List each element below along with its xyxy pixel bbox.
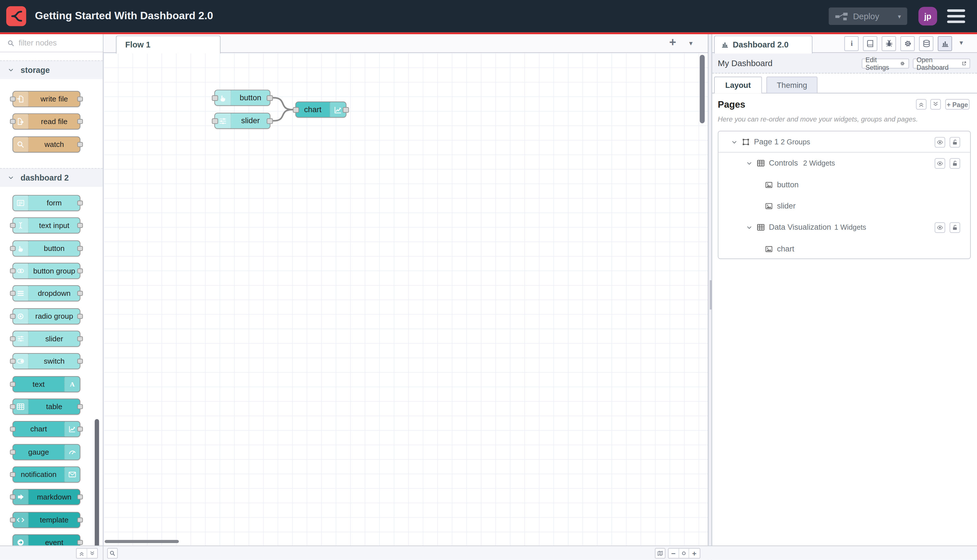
tree-row-page-1[interactable]: Page 1 2 Groups (718, 132, 970, 153)
palette-node-text-input[interactable]: text input (12, 218, 80, 234)
canvas-vertical-scrollbar[interactable] (700, 55, 705, 123)
palette-node-gauge[interactable]: gauge (12, 444, 80, 460)
wire[interactable] (274, 110, 292, 121)
config-tab-button[interactable] (900, 36, 915, 51)
context-tab-button[interactable] (919, 36, 934, 51)
zoom-reset-button[interactable] (679, 549, 689, 558)
output-port[interactable] (77, 495, 83, 500)
input-port[interactable] (10, 97, 15, 102)
tree-row-widget-chart[interactable]: chart (718, 238, 970, 260)
input-port[interactable] (212, 118, 218, 124)
collapse-chevron-icon[interactable] (746, 153, 753, 174)
palette-category-storage[interactable]: storage (0, 60, 103, 79)
collapse-all-button[interactable] (77, 549, 87, 558)
palette-node-button[interactable]: button (12, 240, 80, 256)
palette-node-write-file[interactable]: write file (12, 91, 80, 107)
output-port[interactable] (77, 97, 83, 102)
group-visibility-button[interactable] (935, 158, 945, 168)
input-port[interactable] (10, 427, 15, 432)
tree-row-group-controls[interactable]: Controls 2 Widgets (718, 153, 970, 174)
debug-tab-button[interactable] (882, 36, 896, 51)
input-port[interactable] (10, 268, 15, 273)
input-port[interactable] (293, 107, 299, 112)
output-port[interactable] (77, 359, 83, 364)
input-port[interactable] (10, 450, 15, 455)
canvas-body[interactable]: buttonsliderchart (104, 53, 708, 545)
group-visibility-button[interactable] (935, 222, 945, 233)
canvas-horizontal-scrollbar[interactable] (105, 540, 179, 543)
output-port[interactable] (77, 336, 83, 341)
input-port[interactable] (10, 359, 15, 364)
flow-tab[interactable]: Flow 1 (116, 35, 220, 53)
output-port[interactable] (77, 517, 83, 522)
expand-all-button[interactable] (87, 549, 97, 558)
add-page-button[interactable]: + Page (945, 99, 970, 109)
move-page-down-button[interactable] (930, 99, 941, 109)
output-port[interactable] (77, 223, 83, 228)
input-port[interactable] (10, 336, 15, 341)
zoom-out-button[interactable]: − (668, 549, 679, 558)
input-port[interactable] (212, 95, 218, 101)
tab-layout[interactable]: Layout (714, 77, 762, 93)
sidebar-resize-divider[interactable] (708, 34, 712, 560)
output-port[interactable] (77, 313, 83, 319)
deploy-caret-icon[interactable]: ▾ (898, 13, 901, 20)
output-port[interactable] (77, 246, 83, 251)
input-port[interactable] (10, 223, 15, 228)
output-port[interactable] (267, 95, 273, 101)
input-port[interactable] (10, 382, 15, 387)
group-lock-button[interactable] (950, 158, 960, 168)
input-port[interactable] (10, 517, 15, 522)
palette-node-switch[interactable]: switch (12, 353, 80, 369)
open-dashboard-button[interactable]: Open Dashboard (913, 58, 970, 68)
canvas-node-button[interactable]: button (214, 90, 270, 106)
output-port[interactable] (77, 119, 83, 124)
main-menu-button[interactable] (947, 9, 965, 23)
palette-node-radio-group[interactable]: radio group (12, 308, 80, 324)
output-port[interactable] (77, 268, 83, 273)
output-port[interactable] (77, 201, 83, 206)
palette-node-slider[interactable]: slider (12, 330, 80, 347)
palette-node-markdown[interactable]: markdown (12, 489, 80, 505)
palette-node-text[interactable]: text (12, 376, 80, 392)
collapse-chevron-icon[interactable] (746, 217, 753, 238)
deploy-button[interactable]: Deploy ▾ (828, 7, 907, 25)
sidebar-tabs-caret-icon[interactable]: ▾ (959, 39, 963, 47)
tree-row-widget-slider[interactable]: slider (718, 195, 970, 217)
tab-theming[interactable]: Theming (767, 77, 818, 93)
page-lock-button[interactable] (950, 137, 960, 147)
input-port[interactable] (10, 291, 15, 296)
group-lock-button[interactable] (950, 222, 960, 233)
palette-node-dropdown[interactable]: dropdown (12, 285, 80, 302)
flow-list-caret-icon[interactable]: ▾ (689, 39, 693, 47)
output-port[interactable] (77, 427, 83, 432)
palette-category-dashboard-2[interactable]: dashboard 2 (0, 168, 103, 187)
palette-node-form[interactable]: form (12, 195, 80, 211)
palette-scrollbar[interactable] (95, 419, 99, 557)
canvas-node-slider[interactable]: slider (214, 113, 270, 129)
navigator-toggle-button[interactable] (655, 548, 665, 558)
input-port[interactable] (10, 119, 15, 124)
output-port[interactable] (77, 404, 83, 409)
palette-filter[interactable]: filter nodes (0, 34, 103, 52)
output-port[interactable] (77, 540, 83, 545)
wire[interactable] (274, 98, 292, 110)
add-flow-button[interactable]: + (669, 36, 676, 49)
edit-settings-button[interactable]: Edit Settings (862, 58, 909, 68)
palette-node-template[interactable]: template (12, 512, 80, 528)
output-port[interactable] (77, 291, 83, 296)
move-page-up-button[interactable] (916, 99, 926, 109)
input-port[interactable] (10, 404, 15, 409)
palette-node-watch[interactable]: watch (12, 136, 80, 152)
palette-node-read-file[interactable]: read file (12, 113, 80, 130)
palette-node-event[interactable]: event (12, 534, 80, 546)
zoom-in-button[interactable]: + (689, 549, 700, 558)
palette-node-notification[interactable]: notification (12, 467, 80, 483)
page-visibility-button[interactable] (935, 137, 945, 147)
dashboard-tab-button[interactable] (938, 36, 952, 51)
output-port[interactable] (342, 107, 349, 112)
canvas-node-chart[interactable]: chart (296, 102, 347, 118)
info-tab-button[interactable] (844, 36, 859, 51)
input-port[interactable] (10, 246, 15, 251)
input-port[interactable] (10, 472, 15, 477)
